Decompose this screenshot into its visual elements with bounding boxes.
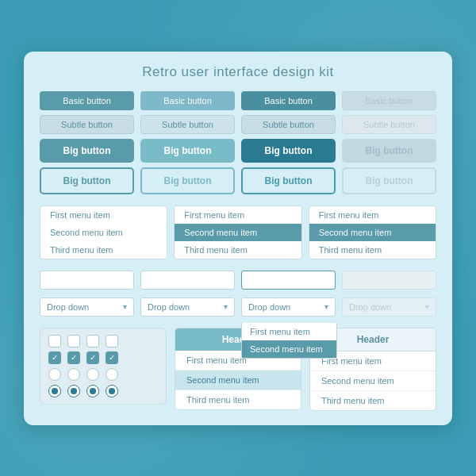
- dropdown-3: Drop down First menu item Second menu it…: [241, 298, 336, 317]
- dropdown-open-item1[interactable]: First menu item: [242, 323, 336, 340]
- checkbox-2[interactable]: [67, 335, 80, 347]
- big-outline-button-2[interactable]: Big button: [140, 167, 235, 194]
- button-grid: Basic button Basic button Basic button B…: [40, 91, 436, 194]
- checkbox-6[interactable]: [67, 351, 80, 364]
- dropdown-open-menu: First menu item Second menu item: [241, 323, 337, 359]
- subtle-button-1[interactable]: Subtle button: [40, 115, 134, 134]
- table-dark-row2[interactable]: Second menu item: [175, 370, 301, 390]
- text-input-3[interactable]: [241, 271, 336, 290]
- big-outline-button-1[interactable]: Big button: [40, 167, 134, 194]
- menu-box-3: First menu item Second menu item Third m…: [309, 205, 436, 259]
- basic-button-1[interactable]: Basic button: [40, 91, 134, 110]
- dropdown-4: Drop down ▼: [342, 298, 436, 317]
- radio-row-1: [48, 368, 158, 381]
- checkbox-row-2: [48, 351, 158, 364]
- check-radio-box: [40, 328, 167, 405]
- big-button-3[interactable]: Big button: [241, 139, 336, 163]
- checkbox-8[interactable]: [106, 351, 118, 364]
- big-outline-button-4[interactable]: Big button: [342, 167, 436, 194]
- radio-6[interactable]: [67, 385, 80, 397]
- menu-box-2: First menu item Second menu item Third m…: [174, 205, 301, 259]
- table-light-row2[interactable]: Second menu item: [310, 371, 436, 391]
- dropdown-select-3[interactable]: Drop down First menu item Second menu it…: [241, 298, 336, 317]
- menu1-item2[interactable]: Second menu item: [40, 224, 167, 241]
- radio-2[interactable]: [67, 368, 80, 381]
- radio-8[interactable]: [106, 385, 118, 397]
- checkbox-1[interactable]: [48, 335, 61, 347]
- checkbox-row-1: [48, 335, 158, 347]
- basic-button-4[interactable]: Basic button: [342, 91, 436, 110]
- radio-7[interactable]: [86, 385, 99, 397]
- page-title: Retro user interface design kit: [40, 64, 436, 80]
- basic-button-2[interactable]: Basic button: [140, 91, 235, 110]
- menu1-item1[interactable]: First menu item: [40, 206, 167, 224]
- menu-box-1: First menu item Second menu item Third m…: [40, 205, 167, 259]
- dropdown-select-1[interactable]: Drop down First menu item Second menu it…: [40, 298, 134, 317]
- checkbox-5[interactable]: [48, 351, 61, 364]
- radio-3[interactable]: [86, 368, 99, 381]
- menu1-item3[interactable]: Third menu item: [40, 241, 167, 259]
- text-input-4[interactable]: [342, 271, 436, 290]
- dropdown-2: Drop down First menu item Second menu it…: [140, 298, 235, 317]
- dropdown-select-4[interactable]: Drop down: [342, 298, 436, 317]
- menu2-item3[interactable]: Third menu item: [175, 241, 301, 259]
- menu2-item1[interactable]: First menu item: [175, 206, 301, 224]
- menu3-item3[interactable]: Third menu item: [309, 241, 436, 259]
- basic-button-3[interactable]: Basic button: [241, 91, 336, 110]
- text-input-1[interactable]: [40, 271, 134, 290]
- table-dark-row3[interactable]: Third menu item: [175, 390, 301, 409]
- big-button-1[interactable]: Big button: [40, 139, 134, 163]
- menu3-item2[interactable]: Second menu item: [309, 224, 436, 241]
- checkbox-4[interactable]: [106, 335, 118, 347]
- dropdown-open-item2[interactable]: Second menu item: [242, 340, 336, 358]
- radio-row-2: [48, 385, 158, 397]
- menu3-item1[interactable]: First menu item: [309, 206, 436, 224]
- bottom-section: Header First menu item Second menu item …: [40, 328, 436, 411]
- dropdown-1: Drop down First menu item Second menu it…: [40, 298, 134, 317]
- dropdown-section: Drop down First menu item Second menu it…: [40, 298, 436, 317]
- checkbox-7[interactable]: [86, 351, 99, 364]
- menu-section: First menu item Second menu item Third m…: [40, 205, 436, 259]
- dropdown-select-2[interactable]: Drop down First menu item Second menu it…: [140, 298, 235, 317]
- big-outline-button-3[interactable]: Big button: [241, 167, 336, 194]
- radio-5[interactable]: [48, 385, 61, 397]
- radio-1[interactable]: [48, 368, 61, 381]
- subtle-button-2[interactable]: Subtle button: [140, 115, 235, 134]
- subtle-button-3[interactable]: Subtle button: [241, 115, 336, 134]
- checkbox-3[interactable]: [86, 335, 99, 347]
- table-light-row3[interactable]: Third menu item: [310, 391, 436, 410]
- main-card: Retro user interface design kit Basic bu…: [24, 52, 452, 425]
- input-section: [40, 271, 436, 290]
- radio-4[interactable]: [106, 368, 118, 381]
- subtle-button-4[interactable]: Subtle button: [342, 115, 436, 134]
- big-button-4[interactable]: Big button: [342, 139, 436, 163]
- big-button-2[interactable]: Big button: [140, 139, 235, 163]
- menu2-item2[interactable]: Second menu item: [175, 224, 301, 241]
- text-input-2[interactable]: [140, 271, 235, 290]
